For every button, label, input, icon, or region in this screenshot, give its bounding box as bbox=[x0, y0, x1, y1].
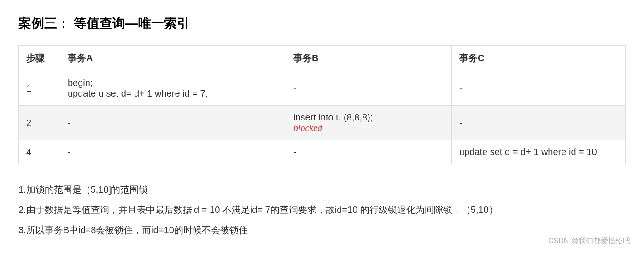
sql-text: update u set d= d+ 1 where id = 7; bbox=[68, 88, 278, 99]
note-line: 1.加锁的范围是（5,10]的范围锁 bbox=[18, 181, 626, 198]
note-line: 2.由于数据是等值查询，并且表中最后数据id = 10 不满足id= 7的查询要… bbox=[18, 201, 626, 218]
cell-txC: - bbox=[452, 71, 626, 106]
sql-text: insert into u (8,8,8); bbox=[293, 112, 444, 123]
cell-txB: - bbox=[286, 71, 452, 106]
cell-txA: begin; update u set d= d+ 1 where id = 7… bbox=[60, 71, 286, 106]
table-header-row: 步骤 事务A 事务B 事务C bbox=[19, 46, 626, 71]
header-step: 步骤 bbox=[19, 46, 60, 71]
header-txC: 事务C bbox=[452, 46, 626, 71]
watermark: CSDN @我们都爱松松吧 bbox=[548, 236, 630, 246]
cell-step: 4 bbox=[19, 140, 60, 164]
cell-step: 1 bbox=[19, 71, 60, 106]
cell-txA: - bbox=[60, 140, 286, 164]
table-row: 2 - insert into u (8,8,8); blocked - bbox=[19, 106, 626, 140]
cell-txA: - bbox=[60, 106, 286, 140]
note-line: 3.所以事务B中id=8会被锁住，而id=10的时候不会被锁住 bbox=[18, 221, 626, 239]
blocked-label: blocked bbox=[293, 123, 322, 133]
sql-text: begin; bbox=[68, 78, 278, 88]
header-txA: 事务A bbox=[60, 46, 286, 71]
cell-txB: - bbox=[286, 140, 452, 164]
table-row: 4 - - update set d = d+ 1 where id = 10 bbox=[19, 140, 626, 164]
cell-txC: - bbox=[452, 106, 626, 140]
table-row: 1 begin; update u set d= d+ 1 where id =… bbox=[19, 71, 626, 106]
header-txB: 事务B bbox=[286, 46, 452, 71]
cell-step: 2 bbox=[19, 106, 60, 140]
cell-txC: update set d = d+ 1 where id = 10 bbox=[452, 140, 626, 164]
case-table: 步骤 事务A 事务B 事务C 1 begin; update u set d= … bbox=[18, 45, 626, 164]
notes-section: 1.加锁的范围是（5,10]的范围锁 2.由于数据是等值查询，并且表中最后数据i… bbox=[18, 181, 626, 239]
case-title: 案例三： 等值查询—唯一索引 bbox=[18, 15, 626, 32]
cell-txB: insert into u (8,8,8); blocked bbox=[286, 106, 452, 140]
